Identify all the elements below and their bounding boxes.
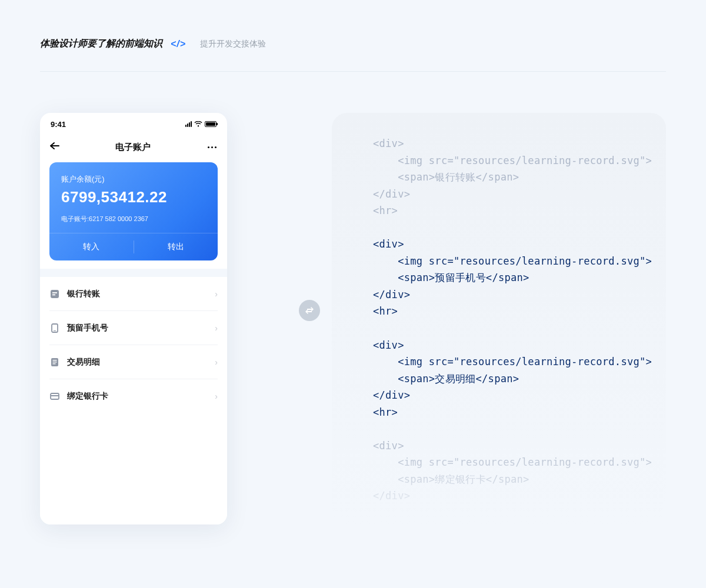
chevron-right-icon: › — [215, 392, 218, 401]
svg-rect-10 — [51, 395, 59, 396]
menu-list: 银行转账 › 预留手机号 › 交易明细 › 绑 — [40, 277, 227, 524]
section-gap — [40, 269, 227, 277]
menu-item-bank-transfer[interactable]: 银行转账 › — [49, 277, 218, 311]
code-block-spacer — [373, 219, 638, 236]
card-icon — [49, 391, 60, 402]
menu-label: 绑定银行卡 — [67, 391, 215, 402]
menu-label: 银行转账 — [67, 289, 215, 299]
status-bar: 9:41 — [40, 113, 227, 135]
code-block-spacer — [373, 420, 638, 437]
menu-item-phone[interactable]: 预留手机号 › — [49, 311, 218, 345]
transfer-in-button[interactable]: 转入 — [49, 233, 134, 260]
balance-amount: 6799,53412.22 — [61, 188, 206, 206]
code-brackets-icon: </> — [171, 39, 186, 49]
code-panel: <div> <img src="resources/learning-recor… — [332, 113, 666, 524]
wifi-icon — [194, 120, 202, 129]
balance-card: 账户余额(元) 6799,53412.22 电子账号:6217 582 0000… — [49, 162, 218, 260]
list-icon — [49, 357, 60, 368]
chevron-right-icon: › — [215, 358, 218, 367]
menu-label: 交易明细 — [67, 357, 215, 368]
svg-rect-1 — [52, 292, 57, 293]
svg-rect-2 — [52, 294, 55, 295]
svg-rect-6 — [53, 360, 57, 360]
back-arrow-icon[interactable] — [49, 142, 60, 152]
page-title: 体验设计师要了解的前端知识 — [40, 38, 162, 50]
battery-icon — [205, 121, 217, 127]
chevron-right-icon: › — [215, 323, 218, 333]
code-block-faded: <div> <img src="resources/learning-recor… — [373, 437, 638, 505]
svg-rect-8 — [53, 363, 56, 364]
card-actions: 转入 转出 — [49, 233, 218, 260]
code-block-faded: <div> <img src="resources/learning-recor… — [373, 135, 638, 219]
nav-bar: 电子账户 — [40, 135, 227, 159]
menu-item-bind-card[interactable]: 绑定银行卡 › — [49, 379, 218, 413]
status-time: 9:41 — [51, 120, 66, 129]
phone-icon — [49, 323, 60, 333]
chevron-right-icon: › — [215, 289, 218, 299]
swap-icon — [299, 300, 320, 321]
svg-rect-7 — [53, 362, 57, 362]
code-block-spacer — [373, 320, 638, 337]
balance-label: 账户余额(元) — [61, 174, 206, 185]
menu-label: 预留手机号 — [67, 323, 215, 333]
page-header: 体验设计师要了解的前端知识 </> 提升开发交接体验 — [0, 0, 706, 64]
signal-icon — [185, 121, 192, 127]
code-block: <div> <img src="resources/learning-recor… — [373, 337, 638, 421]
nav-title: 电子账户 — [115, 142, 151, 153]
more-icon[interactable] — [206, 142, 218, 152]
menu-item-transactions[interactable]: 交易明细 › — [49, 345, 218, 379]
doc-icon — [49, 289, 60, 299]
code-block: <div> <img src="resources/learning-recor… — [373, 236, 638, 320]
svg-rect-0 — [51, 290, 59, 298]
phone-mockup: 9:41 电子账户 账户余额(元) 6799,53412.22 电子账号:621… — [40, 113, 227, 524]
transfer-out-button[interactable]: 转出 — [134, 233, 218, 260]
page-subtitle: 提升开发交接体验 — [200, 39, 266, 49]
divider — [40, 71, 666, 72]
account-number: 电子账号:6217 582 0000 2367 — [61, 215, 206, 223]
svg-rect-4 — [54, 330, 56, 331]
